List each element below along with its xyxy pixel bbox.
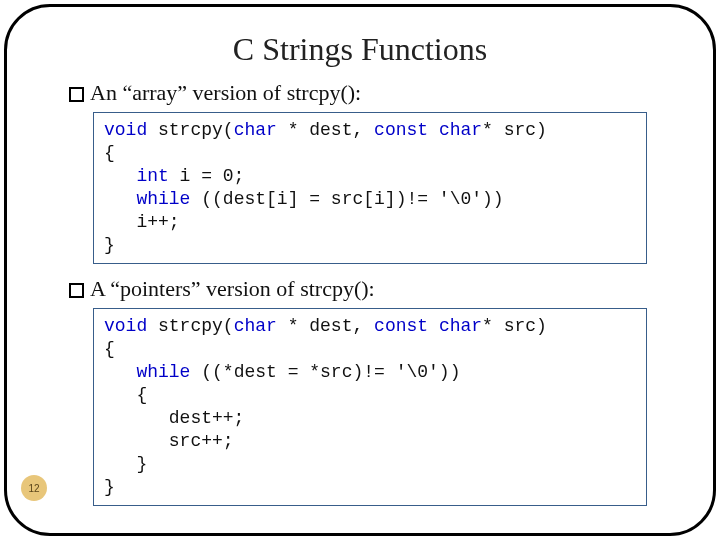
code-text: strcpy( xyxy=(147,316,233,336)
code-text xyxy=(104,166,136,186)
kw-int: int xyxy=(136,166,168,186)
page-number-badge: 12 xyxy=(21,475,47,501)
code-text: * dest, xyxy=(277,120,374,140)
bullet-array-version: An “array” version of strcpy(): xyxy=(69,80,685,106)
code-text: src++; xyxy=(104,431,234,451)
kw-char: char xyxy=(234,316,277,336)
code-text: { xyxy=(104,143,115,163)
code-text xyxy=(104,189,136,209)
code-text: { xyxy=(104,385,147,405)
code-block-array: void strcpy(char * dest, const char* src… xyxy=(93,112,647,264)
kw-const-char: const char xyxy=(374,120,482,140)
bullet-text: An “array” version of strcpy(): xyxy=(90,80,361,106)
code-text: ((*dest = *src)!= '\0')) xyxy=(190,362,460,382)
code-text: i++; xyxy=(104,212,180,232)
code-text: * src) xyxy=(482,120,547,140)
code-text: { xyxy=(104,339,115,359)
code-text: * src) xyxy=(482,316,547,336)
kw-void: void xyxy=(104,120,147,140)
bullet-pointers-version: A “pointers” version of strcpy(): xyxy=(69,276,685,302)
slide-title: C Strings Functions xyxy=(35,31,685,68)
code-text xyxy=(104,362,136,382)
kw-while: while xyxy=(136,189,190,209)
kw-char: char xyxy=(234,120,277,140)
code-text: } xyxy=(104,454,147,474)
code-text: dest++; xyxy=(104,408,244,428)
code-text: } xyxy=(104,477,115,497)
code-block-pointers: void strcpy(char * dest, const char* src… xyxy=(93,308,647,506)
square-bullet-icon xyxy=(69,87,84,102)
kw-const-char: const char xyxy=(374,316,482,336)
kw-while: while xyxy=(136,362,190,382)
code-text: i = 0; xyxy=(169,166,245,186)
kw-void: void xyxy=(104,316,147,336)
code-text: ((dest[i] = src[i])!= '\0')) xyxy=(190,189,503,209)
code-text: strcpy( xyxy=(147,120,233,140)
code-text: } xyxy=(104,235,115,255)
slide-frame: C Strings Functions An “array” version o… xyxy=(4,4,716,536)
bullet-text: A “pointers” version of strcpy(): xyxy=(90,276,375,302)
square-bullet-icon xyxy=(69,283,84,298)
code-text: * dest, xyxy=(277,316,374,336)
